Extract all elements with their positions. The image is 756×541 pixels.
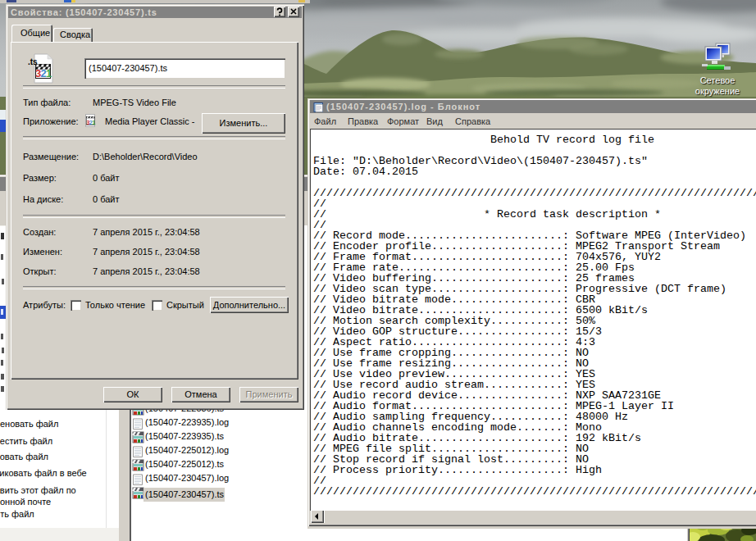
svg-text:1: 1 — [46, 67, 52, 80]
svg-text:1: 1 — [92, 119, 95, 126]
